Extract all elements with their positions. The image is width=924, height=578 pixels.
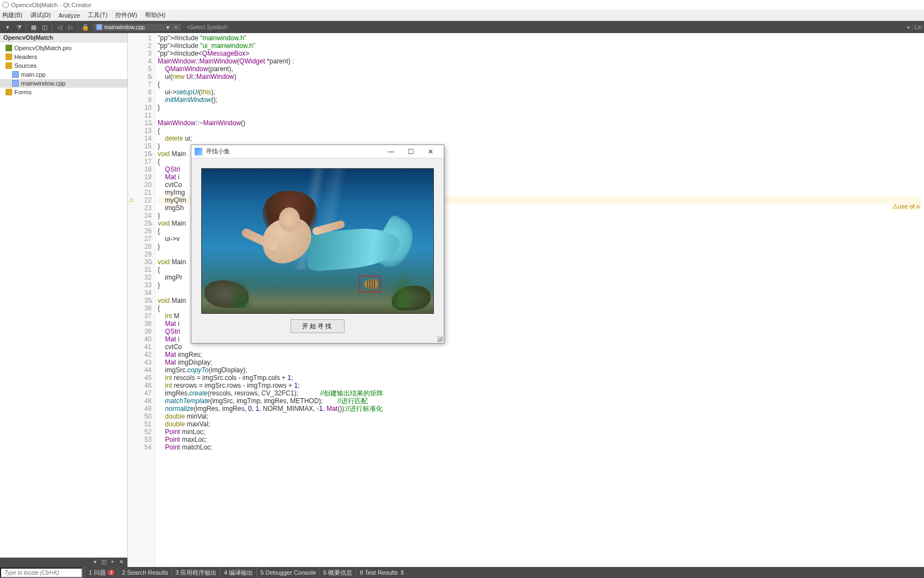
locator-input[interactable] <box>0 568 83 578</box>
dropdown-icon[interactable]: ▾ <box>91 559 99 566</box>
tree-item-forms[interactable]: Forms <box>0 88 127 97</box>
close-button[interactable]: ✕ <box>421 148 440 156</box>
close-icon[interactable]: ✕ <box>117 559 125 566</box>
sb-app-output[interactable]: 3 应用程序输出 <box>171 567 220 578</box>
project-root[interactable]: OpencvObjMatch <box>0 33 127 42</box>
lock-icon[interactable]: 🔒 <box>80 23 90 31</box>
separator <box>78 23 78 31</box>
underwater-scene <box>202 169 433 313</box>
updown-icon: ⇕ <box>400 569 405 576</box>
sb-issues[interactable]: 1 问题2 <box>85 567 118 578</box>
menu-build[interactable]: 构建(B) <box>2 11 23 19</box>
start-search-button[interactable]: 开始寻找 <box>291 319 345 333</box>
filter-icon[interactable]: ⧩ <box>14 23 24 31</box>
main-area: OpencvObjMatch OpencvObjMatch.pro Header… <box>0 33 924 577</box>
nav-back-icon[interactable]: ◁ <box>55 23 65 31</box>
line-gutter: 123456⌄789101112⌄13141516⌄171819202122⚠2… <box>128 33 155 577</box>
dialog-title-text: 寻找小鱼 <box>206 147 230 156</box>
document-tabs: mainwindow.cpp ▾ ✕ <box>93 24 182 31</box>
app-icon <box>195 148 202 156</box>
cpp-file-icon <box>12 71 19 78</box>
sb-test-results[interactable]: 8 Test Results ⇕ <box>356 567 407 578</box>
sidebar-spacer <box>0 98 127 558</box>
statusbar: 1 问题2 2 Search Results 3 应用程序输出 4 编译输出 5… <box>0 567 924 578</box>
sidebar-panel-toolbar: ▾ ◫ + ✕ <box>0 558 127 568</box>
menu-widgets[interactable]: 控件(W) <box>115 11 137 19</box>
sb-debugger-console[interactable]: 5 Debugger Console <box>256 567 319 578</box>
nav-fwd-icon[interactable]: ▷ <box>66 23 76 31</box>
tab-filename: mainwindow.cpp <box>104 24 144 30</box>
add-icon[interactable]: + <box>109 559 116 566</box>
sb-compile-output[interactable]: 4 编译输出 <box>220 567 256 578</box>
toolbar-right: ▾ Lin <box>907 24 922 30</box>
cpp-file-icon <box>96 24 102 30</box>
fish-target <box>362 277 382 291</box>
dropdown-icon[interactable]: ▾ <box>3 23 13 31</box>
menubar: 构建(B) 调试(D) Analyze 工具(T) 控件(W) 帮助(H) <box>0 10 924 21</box>
tab-close-icon[interactable]: ✕ <box>174 24 178 30</box>
dialog-find-fish: 寻找小鱼 — ☐ ✕ <box>191 144 444 344</box>
window-title: OpencvObjMatch - Qt Creator <box>11 2 92 8</box>
tree-item-sources[interactable]: Sources <box>0 61 127 70</box>
menu-tools[interactable]: 工具(T) <box>88 11 108 19</box>
maximize-button[interactable]: ☐ <box>401 148 421 156</box>
menu-help[interactable]: 帮助(H) <box>145 11 165 19</box>
split-icon[interactable]: ◫ <box>100 559 108 566</box>
tree-item-headers[interactable]: Headers <box>0 52 127 61</box>
line-label: Lin <box>915 24 922 30</box>
menu-debug[interactable]: 调试(D) <box>30 11 51 19</box>
editor-toolbar: ▾ ⧩ ▦ ◫ ◁ ▷ 🔒 mainwindow.cpp ▾ ✕ <Select… <box>0 21 924 33</box>
layout-icon[interactable]: ▦ <box>29 23 39 31</box>
pro-file-icon <box>6 45 12 51</box>
dialog-titlebar[interactable]: 寻找小鱼 — ☐ ✕ <box>191 145 444 158</box>
project-panel: OpencvObjMatch OpencvObjMatch.pro Header… <box>0 33 127 98</box>
project-tree: OpencvObjMatch.pro Headers Sources main.… <box>0 42 127 98</box>
titlebar: OpencvObjMatch - Qt Creator <box>0 0 924 10</box>
folder-icon <box>6 62 12 69</box>
tree-item-pro[interactable]: OpencvObjMatch.pro <box>0 44 127 52</box>
sidebar: OpencvObjMatch OpencvObjMatch.pro Header… <box>0 33 128 577</box>
image-display <box>201 168 434 314</box>
split-icon[interactable]: ◫ <box>40 23 50 31</box>
folder-icon <box>6 89 12 95</box>
cpp-file-icon <box>12 80 19 87</box>
symbol-selector[interactable]: <Select Symbol> <box>186 24 228 30</box>
sb-search-results[interactable]: 2 Search Results <box>118 567 171 578</box>
inline-warning: ⚠use of o <box>890 203 922 210</box>
issues-badge: 2 <box>108 570 115 575</box>
tab-dropdown-icon[interactable]: ▾ <box>166 24 169 30</box>
resize-grip-icon[interactable] <box>437 336 443 342</box>
dialog-controls: — ☐ ✕ <box>381 148 440 156</box>
mermaid-figure <box>235 185 406 290</box>
separator <box>912 24 912 30</box>
separator <box>52 23 52 31</box>
dialog-body: 开始寻找 <box>191 158 444 343</box>
separator <box>26 23 26 31</box>
tree-item-main-cpp[interactable]: main.cpp <box>0 70 127 79</box>
document-tab[interactable]: mainwindow.cpp ▾ ✕ <box>93 24 182 31</box>
sb-general-msgs[interactable]: 6 概要信息 <box>319 567 356 578</box>
menu-analyze[interactable]: Analyze <box>58 12 80 19</box>
qt-logo-icon <box>2 2 9 8</box>
folder-icon <box>6 53 12 60</box>
tree-item-mainwindow-cpp[interactable]: mainwindow.cpp <box>0 79 127 88</box>
minimize-button[interactable]: — <box>381 148 401 156</box>
dropdown-icon[interactable]: ▾ <box>907 24 910 30</box>
